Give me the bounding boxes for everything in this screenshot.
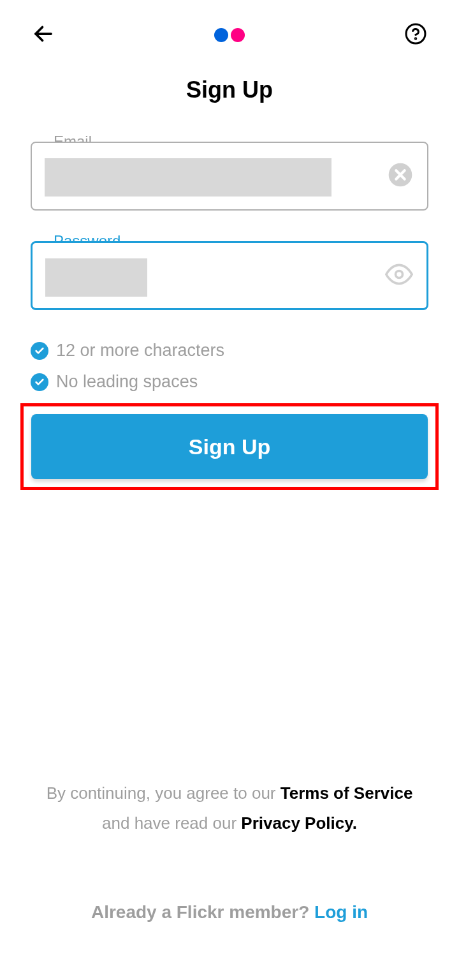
password-value-redacted <box>45 258 147 297</box>
help-icon[interactable] <box>404 22 427 48</box>
check-icon <box>31 373 48 391</box>
logo-dot-pink <box>231 28 245 42</box>
email-field[interactable] <box>31 142 428 211</box>
check-icon <box>31 342 48 360</box>
password-requirements: 12 or more characters No leading spaces <box>31 341 428 392</box>
signup-form: Email Password <box>0 142 459 490</box>
back-arrow-icon[interactable] <box>32 22 55 48</box>
toggle-password-visibility-icon[interactable] <box>385 260 413 291</box>
requirement-item: 12 or more characters <box>31 341 428 360</box>
email-input-group: Email <box>31 142 428 211</box>
header <box>0 0 459 51</box>
signup-button[interactable]: Sign Up <box>31 414 428 479</box>
requirement-item: No leading spaces <box>31 372 428 392</box>
terms-of-service-link[interactable]: Terms of Service <box>280 783 413 803</box>
email-value-redacted <box>45 158 332 197</box>
terms-prefix: By continuing, you agree to our <box>47 783 280 803</box>
privacy-policy-link[interactable]: Privacy Policy. <box>241 813 357 833</box>
login-prompt: Already a Flickr member? Log in <box>31 902 428 923</box>
svg-point-4 <box>396 271 403 278</box>
requirement-text: No leading spaces <box>56 372 198 392</box>
flickr-logo <box>214 28 245 42</box>
logo-dot-blue <box>214 28 228 42</box>
login-prompt-text: Already a Flickr member? <box>91 902 314 922</box>
signup-button-highlight: Sign Up <box>20 403 439 490</box>
password-field[interactable] <box>31 241 428 310</box>
clear-input-icon[interactable] <box>388 162 413 190</box>
terms-text: By continuing, you agree to our Terms of… <box>31 778 428 838</box>
svg-point-2 <box>415 38 416 40</box>
requirement-text: 12 or more characters <box>56 341 224 360</box>
terms-middle: and have read our <box>102 813 241 833</box>
page-title: Sign Up <box>0 77 459 103</box>
footer: By continuing, you agree to our Terms of… <box>0 778 459 923</box>
login-link[interactable]: Log in <box>314 902 368 922</box>
password-input-group: Password <box>31 241 428 310</box>
